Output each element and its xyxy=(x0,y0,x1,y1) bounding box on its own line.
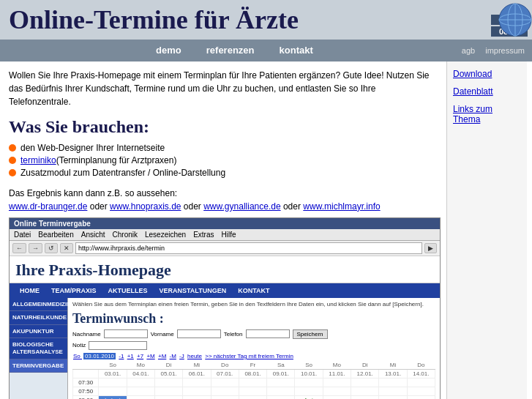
menu-ansicht[interactable]: Ansicht xyxy=(81,231,105,239)
bc-telefon-input[interactable] xyxy=(246,329,290,338)
nav-item-referenzen[interactable]: referenzen xyxy=(205,42,256,59)
cal-time-0730: 07:30 xyxy=(73,378,99,387)
bc-notiz-label: Notiz xyxy=(72,342,86,348)
cal-date-0301: 03.01. xyxy=(99,369,127,378)
cal-row-0730: 07:30 xyxy=(73,378,435,387)
menu-hilfe[interactable]: Hilfe xyxy=(222,231,236,239)
cal-nav-3[interactable]: +7 xyxy=(137,353,143,359)
menu-bearbeiten[interactable]: Bearbeiten xyxy=(38,231,73,239)
go-button[interactable]: ▶ xyxy=(424,243,437,253)
bullet-item-1: den Web-Designer Ihrer Internetseite xyxy=(9,143,438,153)
menu-lesezeichen[interactable]: Lesezeichen xyxy=(145,231,186,239)
bullet-dot-3 xyxy=(9,169,16,176)
browser-title-text: Online Terminvergabe xyxy=(14,220,91,228)
header-title-area: Online-Termine für Ärzte xyxy=(0,0,444,40)
cal-th-do1: Do xyxy=(211,361,239,370)
cal-nav-prefix: So xyxy=(73,353,82,359)
cal-nav-heute[interactable]: heute xyxy=(187,353,202,359)
bullet-text-2-suffix: (Terminplanung für Arztpraxen) xyxy=(56,155,177,165)
cal-date-1201: 12.01. xyxy=(351,369,379,378)
bullet-dot-1 xyxy=(9,144,16,152)
nav-impressum[interactable]: impressum xyxy=(485,46,525,55)
ergebnis-links: www.dr-braunger.de oder www.hnopraxis.de… xyxy=(9,201,438,212)
cal-th-mi2: Mi xyxy=(379,361,407,370)
cal-nav-5[interactable]: +M xyxy=(158,353,166,359)
ergebnis-section: Das Ergebnis kann dann z.B. so aussehen:… xyxy=(9,188,438,212)
cal-nav-4[interactable]: +M xyxy=(146,353,154,359)
bc-sidebar-allgemeinmedizin[interactable]: ALLGEMEINMEDIZIN xyxy=(10,298,67,312)
bc-sidebar-naturheilkunde[interactable]: NATURHEILKUNDE xyxy=(10,311,67,325)
link-braunger[interactable]: www.dr-braunger.de xyxy=(9,201,87,212)
cal-nav-6[interactable]: -M xyxy=(170,353,176,359)
bc-vorname-input[interactable] xyxy=(177,329,221,338)
cal-time-0800: 08:00 xyxy=(73,395,99,399)
bc-nav-aktuelles[interactable]: AKTUELLES xyxy=(102,286,154,296)
site-title: Online-Termine für Ärzte xyxy=(9,6,435,35)
bc-nachname-input[interactable] xyxy=(104,329,148,338)
cal-th-empty xyxy=(73,361,99,370)
menu-extras[interactable]: Extras xyxy=(193,231,214,239)
forward-button[interactable]: → xyxy=(29,243,42,253)
cal-date-1001: 10.01. xyxy=(295,369,323,378)
stop-button[interactable]: ✕ xyxy=(60,243,73,253)
back-button[interactable]: ← xyxy=(12,243,26,253)
link-hnopraxis[interactable]: www.hnopraxis.de xyxy=(110,201,181,212)
download-link[interactable]: Download xyxy=(453,69,521,79)
link-michlmayr[interactable]: www.michlmayr.info xyxy=(303,201,380,212)
datenblatt-link[interactable]: Datenblatt xyxy=(453,86,521,97)
cal-nav-1[interactable]: -1 xyxy=(119,353,124,359)
bc-nav: HOME TEAM/PRAXIS AKTUELLES VERANSTALTUNG… xyxy=(10,283,440,298)
bc-nav-kontakt[interactable]: KONTAKT xyxy=(232,286,275,296)
cal-row-0750: 07:50 xyxy=(73,387,435,395)
nav-item-kontakt[interactable]: kontakt xyxy=(278,42,315,59)
bullet-text-3: Zusatzmodul zum Datentransfer / Online-D… xyxy=(20,168,225,178)
was-heading: Was Sie brauchen: xyxy=(9,117,438,137)
refresh-button[interactable]: ↺ xyxy=(45,243,58,253)
bc-page-title: Ihre Praxis-Homepage xyxy=(10,256,440,283)
header-right: 08:00 08:15 xyxy=(444,0,532,40)
bc-main-content: Wählen Sie aus dem Terminplan einen frei… xyxy=(68,298,440,399)
nav-bar: demo referenzen kontakt agb impressum xyxy=(0,40,532,61)
bc-form-title: Terminwunsch : xyxy=(72,311,435,327)
cal-nav-7[interactable]: -J xyxy=(179,353,184,359)
bc-nav-home[interactable]: HOME xyxy=(14,286,45,296)
address-bar[interactable] xyxy=(75,242,422,254)
intro-text: Wollen Sie Ihre Praxis-Homepage mit eine… xyxy=(9,69,438,108)
cal-cell-belegt[interactable]: belegt xyxy=(99,395,127,399)
bc-save-button[interactable]: Speichern xyxy=(293,329,328,339)
cal-date-0701: 07.01. xyxy=(211,369,239,378)
links-zum-thema-link[interactable]: Links zum Thema xyxy=(453,104,521,124)
bc-notiz-row: Notiz xyxy=(72,341,435,350)
content-area: Wollen Sie Ihre Praxis-Homepage mit eine… xyxy=(0,61,446,399)
cal-th-di2: Di xyxy=(351,361,379,370)
cal-nav-date[interactable]: 03.01.2010 xyxy=(83,353,116,359)
menu-chronik[interactable]: Chronik xyxy=(113,231,138,239)
header: Online-Termine für Ärzte 08:00 08:15 xyxy=(0,0,532,40)
nav-agb[interactable]: agb xyxy=(462,46,475,55)
cal-date-0901: 09.01. xyxy=(267,369,295,378)
terminiko-link[interactable]: terminiko xyxy=(20,155,56,165)
cal-date-1401: 14.01. xyxy=(407,369,435,378)
bc-vorname-label: Vorname xyxy=(151,331,174,338)
cal-nav-2[interactable]: +1 xyxy=(127,353,134,359)
link-gynalliance[interactable]: www.gynalliance.de xyxy=(203,201,280,212)
bc-sidebar-biologische[interactable]: BIOLOGISCHE ALTERSANALYSE xyxy=(10,338,67,359)
nav-secondary: agb impressum xyxy=(462,46,525,55)
bc-notiz-input[interactable] xyxy=(89,341,147,350)
cal-th-so2: So xyxy=(295,361,323,370)
cal-date-0501: 05.01. xyxy=(154,369,182,378)
bc-nav-team[interactable]: TEAM/PRAXIS xyxy=(45,286,102,296)
cal-date-empty xyxy=(73,369,99,378)
menu-datei[interactable]: Datei xyxy=(14,231,31,239)
bc-sidebar-akupunktur[interactable]: AKUPUNKTUR xyxy=(10,325,67,339)
cal-th-mo1: Mo xyxy=(127,361,154,370)
cal-th-do2: Do xyxy=(407,361,435,370)
cal-date-1101: 11.01. xyxy=(323,369,351,378)
main-layout: Wollen Sie Ihre Praxis-Homepage mit eine… xyxy=(0,61,532,399)
nav-item-demo[interactable]: demo xyxy=(154,42,183,59)
bc-nav-veranstaltungen[interactable]: VERANSTALTUNGEN xyxy=(154,286,233,296)
bc-sidebar-terminvergabe[interactable]: TERMINVERGABE xyxy=(10,359,67,373)
cal-th-di1: Di xyxy=(154,361,182,370)
bc-telefon-label: Telefon xyxy=(224,331,243,338)
cal-cell-frei[interactable]: frei xyxy=(295,395,323,399)
